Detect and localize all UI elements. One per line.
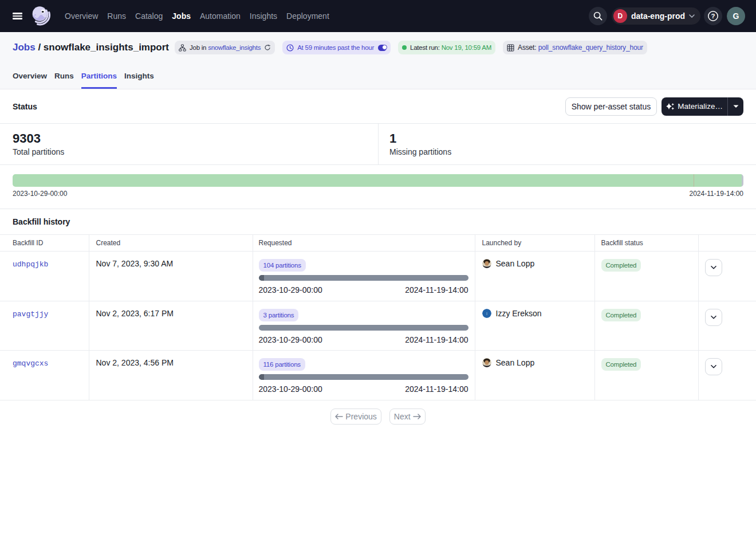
svg-text:?: ? — [711, 13, 715, 19]
svg-text:I: I — [486, 312, 487, 316]
